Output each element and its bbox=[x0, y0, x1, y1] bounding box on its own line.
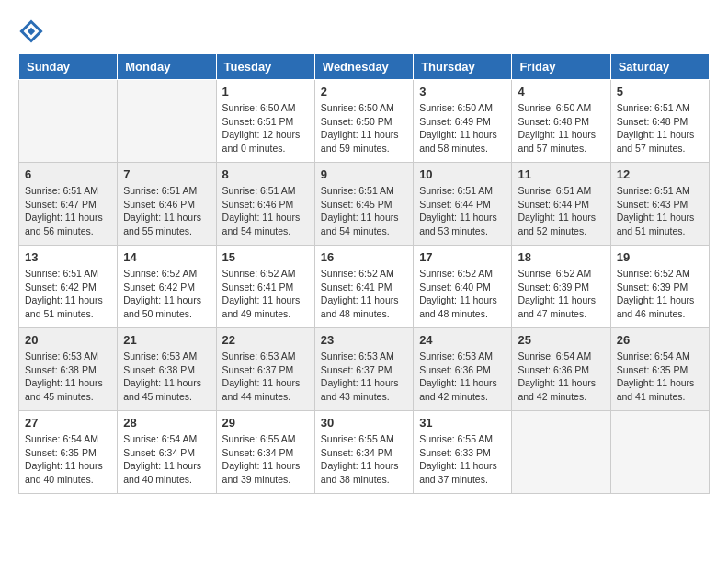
day-number: 26 bbox=[617, 333, 703, 347]
day-number: 11 bbox=[518, 167, 604, 181]
day-number: 18 bbox=[518, 250, 604, 264]
calendar-day-cell: 6Sunrise: 6:51 AM Sunset: 6:47 PM Daylig… bbox=[19, 163, 118, 246]
day-number: 6 bbox=[25, 167, 111, 181]
calendar-day-cell: 5Sunrise: 6:51 AM Sunset: 6:48 PM Daylig… bbox=[610, 80, 709, 163]
day-number: 9 bbox=[321, 167, 407, 181]
logo-icon bbox=[18, 18, 44, 44]
day-info: Sunrise: 6:50 AM Sunset: 6:50 PM Dayligh… bbox=[321, 101, 407, 155]
calendar-day-cell: 12Sunrise: 6:51 AM Sunset: 6:43 PM Dayli… bbox=[610, 163, 709, 246]
day-info: Sunrise: 6:51 AM Sunset: 6:46 PM Dayligh… bbox=[123, 184, 210, 238]
calendar-day-cell: 31Sunrise: 6:55 AM Sunset: 6:33 PM Dayli… bbox=[414, 411, 512, 494]
day-of-week-header: Thursday bbox=[414, 54, 512, 80]
logo bbox=[18, 18, 48, 44]
day-info: Sunrise: 6:55 AM Sunset: 6:34 PM Dayligh… bbox=[222, 432, 309, 487]
calendar-day-cell: 15Sunrise: 6:52 AM Sunset: 6:41 PM Dayli… bbox=[216, 246, 314, 328]
day-number: 16 bbox=[321, 250, 407, 264]
day-info: Sunrise: 6:52 AM Sunset: 6:41 PM Dayligh… bbox=[321, 267, 407, 321]
calendar-week-row: 27Sunrise: 6:54 AM Sunset: 6:35 PM Dayli… bbox=[19, 411, 710, 494]
day-number: 4 bbox=[518, 85, 604, 98]
day-number: 2 bbox=[321, 85, 407, 98]
calendar-day-cell: 2Sunrise: 6:50 AM Sunset: 6:50 PM Daylig… bbox=[314, 80, 413, 163]
day-of-week-header: Wednesday bbox=[314, 54, 413, 80]
calendar-empty-cell bbox=[512, 411, 610, 494]
day-number: 21 bbox=[123, 333, 210, 347]
calendar-day-cell: 23Sunrise: 6:53 AM Sunset: 6:37 PM Dayli… bbox=[314, 328, 413, 411]
day-info: Sunrise: 6:51 AM Sunset: 6:42 PM Dayligh… bbox=[25, 267, 111, 321]
day-info: Sunrise: 6:53 AM Sunset: 6:36 PM Dayligh… bbox=[419, 350, 506, 404]
calendar-day-cell: 19Sunrise: 6:52 AM Sunset: 6:39 PM Dayli… bbox=[610, 246, 709, 328]
day-info: Sunrise: 6:51 AM Sunset: 6:44 PM Dayligh… bbox=[518, 184, 604, 238]
day-info: Sunrise: 6:50 AM Sunset: 6:48 PM Dayligh… bbox=[518, 101, 604, 155]
calendar-day-cell: 14Sunrise: 6:52 AM Sunset: 6:42 PM Dayli… bbox=[118, 246, 216, 328]
day-info: Sunrise: 6:52 AM Sunset: 6:42 PM Dayligh… bbox=[123, 267, 210, 321]
day-info: Sunrise: 6:53 AM Sunset: 6:37 PM Dayligh… bbox=[321, 350, 407, 404]
day-header-row: SundayMondayTuesdayWednesdayThursdayFrid… bbox=[19, 54, 710, 80]
day-number: 31 bbox=[419, 416, 506, 430]
day-info: Sunrise: 6:51 AM Sunset: 6:43 PM Dayligh… bbox=[617, 184, 703, 238]
calendar-day-cell: 4Sunrise: 6:50 AM Sunset: 6:48 PM Daylig… bbox=[512, 80, 610, 163]
day-number: 27 bbox=[25, 416, 111, 430]
day-number: 28 bbox=[123, 416, 210, 430]
calendar-empty-cell bbox=[118, 80, 216, 163]
day-info: Sunrise: 6:50 AM Sunset: 6:49 PM Dayligh… bbox=[419, 101, 506, 155]
day-info: Sunrise: 6:54 AM Sunset: 6:35 PM Dayligh… bbox=[25, 432, 111, 487]
day-number: 5 bbox=[617, 85, 703, 98]
calendar-day-cell: 24Sunrise: 6:53 AM Sunset: 6:36 PM Dayli… bbox=[414, 328, 512, 411]
day-number: 17 bbox=[419, 250, 506, 264]
day-info: Sunrise: 6:54 AM Sunset: 6:34 PM Dayligh… bbox=[123, 432, 210, 487]
day-number: 30 bbox=[321, 416, 407, 430]
day-info: Sunrise: 6:52 AM Sunset: 6:41 PM Dayligh… bbox=[222, 267, 309, 321]
calendar-day-cell: 11Sunrise: 6:51 AM Sunset: 6:44 PM Dayli… bbox=[512, 163, 610, 246]
day-info: Sunrise: 6:55 AM Sunset: 6:33 PM Dayligh… bbox=[419, 432, 506, 487]
page-header bbox=[18, 18, 710, 44]
calendar-week-row: 6Sunrise: 6:51 AM Sunset: 6:47 PM Daylig… bbox=[19, 163, 710, 246]
day-number: 24 bbox=[419, 333, 506, 347]
calendar-day-cell: 20Sunrise: 6:53 AM Sunset: 6:38 PM Dayli… bbox=[19, 328, 118, 411]
calendar-day-cell: 25Sunrise: 6:54 AM Sunset: 6:36 PM Dayli… bbox=[512, 328, 610, 411]
calendar-day-cell: 7Sunrise: 6:51 AM Sunset: 6:46 PM Daylig… bbox=[118, 163, 216, 246]
calendar-day-cell: 10Sunrise: 6:51 AM Sunset: 6:44 PM Dayli… bbox=[414, 163, 512, 246]
calendar-day-cell: 13Sunrise: 6:51 AM Sunset: 6:42 PM Dayli… bbox=[19, 246, 118, 328]
calendar-day-cell: 21Sunrise: 6:53 AM Sunset: 6:38 PM Dayli… bbox=[118, 328, 216, 411]
day-of-week-header: Saturday bbox=[610, 54, 709, 80]
day-number: 8 bbox=[222, 167, 309, 181]
day-info: Sunrise: 6:52 AM Sunset: 6:39 PM Dayligh… bbox=[617, 267, 703, 321]
day-number: 23 bbox=[321, 333, 407, 347]
day-number: 10 bbox=[419, 167, 506, 181]
day-info: Sunrise: 6:51 AM Sunset: 6:45 PM Dayligh… bbox=[321, 184, 407, 238]
day-info: Sunrise: 6:53 AM Sunset: 6:38 PM Dayligh… bbox=[123, 350, 210, 404]
day-number: 29 bbox=[222, 416, 309, 430]
calendar-day-cell: 3Sunrise: 6:50 AM Sunset: 6:49 PM Daylig… bbox=[414, 80, 512, 163]
day-info: Sunrise: 6:51 AM Sunset: 6:46 PM Dayligh… bbox=[222, 184, 309, 238]
day-info: Sunrise: 6:51 AM Sunset: 6:47 PM Dayligh… bbox=[25, 184, 111, 238]
day-info: Sunrise: 6:52 AM Sunset: 6:39 PM Dayligh… bbox=[518, 267, 604, 321]
calendar-empty-cell bbox=[19, 80, 118, 163]
day-info: Sunrise: 6:54 AM Sunset: 6:35 PM Dayligh… bbox=[617, 350, 703, 404]
day-number: 15 bbox=[222, 250, 309, 264]
day-number: 19 bbox=[617, 250, 703, 264]
calendar-day-cell: 29Sunrise: 6:55 AM Sunset: 6:34 PM Dayli… bbox=[216, 411, 314, 494]
calendar-day-cell: 17Sunrise: 6:52 AM Sunset: 6:40 PM Dayli… bbox=[414, 246, 512, 328]
day-info: Sunrise: 6:53 AM Sunset: 6:37 PM Dayligh… bbox=[222, 350, 309, 404]
calendar-day-cell: 9Sunrise: 6:51 AM Sunset: 6:45 PM Daylig… bbox=[314, 163, 413, 246]
calendar-day-cell: 18Sunrise: 6:52 AM Sunset: 6:39 PM Dayli… bbox=[512, 246, 610, 328]
calendar-day-cell: 22Sunrise: 6:53 AM Sunset: 6:37 PM Dayli… bbox=[216, 328, 314, 411]
day-info: Sunrise: 6:55 AM Sunset: 6:34 PM Dayligh… bbox=[321, 432, 407, 487]
day-number: 20 bbox=[25, 333, 111, 347]
calendar-day-cell: 16Sunrise: 6:52 AM Sunset: 6:41 PM Dayli… bbox=[314, 246, 413, 328]
calendar-day-cell: 27Sunrise: 6:54 AM Sunset: 6:35 PM Dayli… bbox=[19, 411, 118, 494]
day-of-week-header: Monday bbox=[118, 54, 216, 80]
day-of-week-header: Sunday bbox=[19, 54, 118, 80]
calendar-week-row: 13Sunrise: 6:51 AM Sunset: 6:42 PM Dayli… bbox=[19, 246, 710, 328]
calendar-day-cell: 26Sunrise: 6:54 AM Sunset: 6:35 PM Dayli… bbox=[610, 328, 709, 411]
day-number: 25 bbox=[518, 333, 604, 347]
day-number: 3 bbox=[419, 85, 506, 98]
calendar-week-row: 1Sunrise: 6:50 AM Sunset: 6:51 PM Daylig… bbox=[19, 80, 710, 163]
calendar-day-cell: 30Sunrise: 6:55 AM Sunset: 6:34 PM Dayli… bbox=[314, 411, 413, 494]
calendar-day-cell: 28Sunrise: 6:54 AM Sunset: 6:34 PM Dayli… bbox=[118, 411, 216, 494]
day-info: Sunrise: 6:51 AM Sunset: 6:44 PM Dayligh… bbox=[419, 184, 506, 238]
day-number: 22 bbox=[222, 333, 309, 347]
calendar-day-cell: 8Sunrise: 6:51 AM Sunset: 6:46 PM Daylig… bbox=[216, 163, 314, 246]
day-info: Sunrise: 6:51 AM Sunset: 6:48 PM Dayligh… bbox=[617, 101, 703, 155]
calendar-table: SundayMondayTuesdayWednesdayThursdayFrid… bbox=[18, 53, 710, 494]
